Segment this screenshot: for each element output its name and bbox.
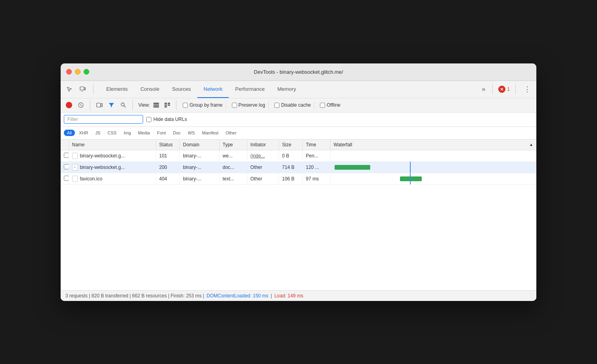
toolbar-sep-2 (268, 101, 269, 109)
row1-type: we... (219, 150, 247, 161)
cursor-icon-btn[interactable] (64, 84, 75, 95)
group-by-frame-checkbox[interactable] (183, 103, 188, 108)
offline-group: Offline (320, 102, 340, 108)
type-filter-xhr[interactable]: XHR (76, 130, 91, 136)
error-count: 1 (507, 86, 510, 92)
table-row[interactable]: binary-websocket.g... 101 binary-... we.… (61, 150, 536, 161)
window-title: DevTools - binary-websocket.glitch.me/ (254, 69, 343, 75)
svg-rect-10 (153, 103, 159, 104)
svg-rect-1 (84, 88, 86, 90)
minimize-button[interactable] (75, 69, 80, 75)
header-domain[interactable]: Domain (180, 140, 219, 150)
tab-console[interactable]: Console (134, 80, 166, 98)
type-filter-manifest[interactable]: Manifest (199, 130, 222, 136)
error-badge: 1 (498, 86, 510, 93)
header-size[interactable]: Size (279, 140, 302, 150)
tab-bar-icons (64, 84, 96, 95)
type-filter-doc[interactable]: Doc (170, 130, 184, 136)
tab-memory[interactable]: Memory (271, 80, 302, 98)
header-time[interactable]: Time (302, 140, 330, 150)
list-view-button[interactable] (151, 100, 161, 110)
clear-button[interactable] (76, 100, 86, 110)
row2-checkbox-cell (61, 161, 69, 173)
more-tabs-button[interactable]: » (480, 84, 487, 94)
type-filter-row: All XHR JS CSS Img Media Font Doc WS Man… (61, 127, 536, 140)
network-table-container: Name Status Domain Type Initiator (61, 140, 536, 290)
tab-bar: Elements Console Sources Network Perform… (61, 81, 536, 98)
type-filter-all[interactable]: All (64, 130, 75, 136)
close-button[interactable] (66, 69, 72, 75)
status-dom-label: DOMContentLoaded: 150 ms (207, 293, 268, 299)
type-filter-css[interactable]: CSS (104, 130, 120, 136)
group-by-frame-group: Group by frame (183, 102, 222, 108)
tab-sources[interactable]: Sources (166, 80, 197, 98)
file-icon-row1 (72, 153, 78, 159)
preserve-log-label: Preserve log (239, 102, 265, 108)
tree-view-icon (164, 102, 170, 108)
kebab-menu-button[interactable]: ⋮ (521, 83, 533, 95)
svg-rect-15 (165, 106, 167, 107)
table-body: binary-websocket.g... 101 binary-... we.… (61, 150, 536, 184)
type-filter-img[interactable]: Img (121, 130, 134, 136)
x-icon (500, 87, 504, 91)
row2-waterfall-bar (335, 165, 370, 170)
type-filter-js[interactable]: JS (92, 130, 103, 136)
video-icon (96, 103, 103, 107)
table-row[interactable]: favicon.ico 404 binary-... text... Other… (61, 173, 536, 184)
filter-input[interactable] (64, 115, 143, 124)
tab-performance[interactable]: Performance (229, 80, 271, 98)
row3-initiator-text: Other (251, 176, 262, 182)
table-header: Name Status Domain Type Initiator (61, 140, 536, 150)
file-icon-row3 (72, 176, 78, 182)
row3-checkbox-cell (61, 173, 69, 184)
row3-waterfall (330, 173, 536, 184)
network-toolbar: View: Group by fr (61, 98, 536, 113)
disable-cache-checkbox[interactable] (274, 103, 279, 108)
row1-status: 101 (156, 150, 180, 161)
row2-time: 120 ... (302, 161, 330, 173)
row2-domain: binary-... (180, 161, 219, 173)
type-filter-media[interactable]: Media (135, 130, 153, 136)
svg-rect-7 (97, 103, 101, 107)
hide-data-urls-checkbox[interactable] (146, 117, 151, 122)
group-by-frame-label: Group by frame (189, 102, 222, 108)
header-status[interactable]: Status (156, 140, 180, 150)
type-filter-ws[interactable]: WS (185, 130, 198, 136)
header-waterfall[interactable]: Waterfall ▲ (330, 140, 536, 150)
row2-checkbox[interactable] (64, 164, 69, 169)
header-checkbox[interactable] (61, 140, 69, 150)
preserve-log-checkbox[interactable] (232, 103, 237, 108)
row1-initiator-link[interactable]: (inde... (251, 153, 265, 159)
svg-line-9 (124, 106, 126, 108)
record-button[interactable] (64, 100, 74, 110)
tree-view-button[interactable] (163, 100, 172, 110)
header-type[interactable]: Type (219, 140, 247, 150)
header-name[interactable]: Name (69, 140, 156, 150)
devtools-window: DevTools - binary-websocket.glitch.me/ (61, 63, 536, 301)
type-filter-other[interactable]: Other (222, 130, 240, 136)
row1-domain: binary-... (180, 150, 219, 161)
offline-checkbox[interactable] (320, 103, 325, 108)
table-row[interactable]: ≡ binary-websocket.g... 200 binary-... d… (61, 161, 536, 173)
row3-name: favicon.ico (69, 173, 156, 184)
row2-type: doc... (219, 161, 247, 173)
row1-checkbox[interactable] (64, 153, 69, 158)
maximize-button[interactable] (84, 69, 89, 75)
tab-elements[interactable]: Elements (100, 80, 134, 98)
video-capture-button[interactable] (94, 100, 105, 110)
row3-domain: binary-... (180, 173, 219, 184)
svg-rect-13 (165, 103, 167, 104)
device-icon-btn[interactable] (77, 84, 88, 95)
header-initiator[interactable]: Initiator (247, 140, 279, 150)
search-button[interactable] (118, 100, 128, 110)
row3-waterfall-bar (400, 176, 422, 181)
row1-size: 0 B (279, 150, 302, 161)
title-bar: DevTools - binary-websocket.glitch.me/ (61, 63, 536, 81)
tab-network[interactable]: Network (197, 80, 229, 98)
type-filter-font[interactable]: Font (154, 130, 169, 136)
status-bar: 3 requests | 820 B transferred | 662 B r… (61, 290, 536, 301)
row3-checkbox[interactable] (64, 176, 69, 181)
row3-initiator: Other (247, 173, 279, 184)
svg-rect-14 (165, 105, 167, 106)
filter-button[interactable] (106, 100, 117, 110)
